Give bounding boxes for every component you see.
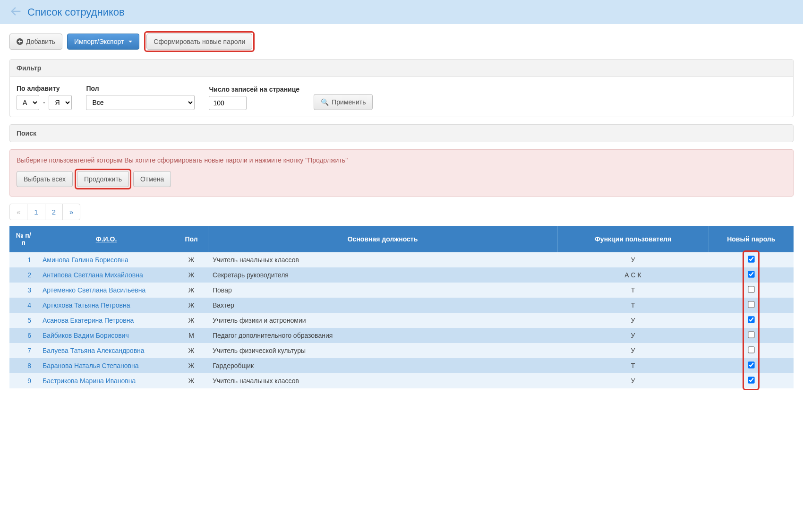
new-password-checkbox[interactable]	[748, 361, 754, 368]
page-title: Список сотрудников	[27, 6, 125, 18]
cell-num: 1	[9, 252, 38, 267]
chevron-down-icon	[128, 41, 132, 43]
cell-name: Баранова Наталья Степановна	[38, 358, 175, 373]
pagination-prev[interactable]: «	[10, 204, 27, 220]
page-size-input[interactable]	[209, 96, 247, 110]
alphabet-to-select[interactable]: Я	[49, 95, 72, 110]
apply-filter-button[interactable]: 🔍 Применить	[314, 94, 373, 110]
th-name[interactable]: Ф.И.О.	[38, 226, 175, 252]
pagination-page-1[interactable]: 1	[27, 204, 45, 220]
password-alert: Выберите пользователей которым Вы хотите…	[9, 149, 794, 197]
cell-num: 3	[9, 283, 38, 298]
employee-link[interactable]: Аминова Галина Борисовна	[43, 256, 128, 264]
employee-link[interactable]: Байбиков Вадим Борисович	[43, 332, 129, 339]
cell-functions: У	[557, 252, 709, 267]
cell-name: Антипова Светлана Михайловна	[38, 267, 175, 283]
alphabet-from-select[interactable]: А	[17, 95, 39, 110]
employee-link[interactable]: Баранова Наталья Степановна	[43, 362, 139, 369]
new-password-checkbox[interactable]	[748, 331, 754, 338]
cell-name: Аминова Галина Борисовна	[38, 252, 175, 267]
cell-gender: Ж	[175, 313, 208, 328]
cell-gender: Ж	[175, 283, 208, 298]
filter-gender: Пол Все	[86, 85, 195, 110]
cell-position: Гардеробщик	[208, 358, 557, 373]
employee-link[interactable]: Асанова Екатерина Петровна	[43, 317, 134, 324]
cell-num: 7	[9, 343, 38, 358]
cell-new-password	[709, 358, 794, 373]
cell-num: 9	[9, 373, 38, 388]
cell-new-password	[709, 283, 794, 298]
cell-functions: У	[557, 328, 709, 343]
add-button[interactable]: Добавить	[9, 34, 62, 50]
continue-button[interactable]: Продолжить	[77, 171, 129, 187]
employee-link[interactable]: Артеменко Светлана Васильевна	[43, 286, 145, 294]
new-password-checkbox[interactable]	[748, 316, 754, 323]
continue-label: Продолжить	[84, 175, 122, 183]
cancel-button[interactable]: Отмена	[133, 171, 171, 187]
highlight-gen-passwords: Сформировать новые пароли	[144, 31, 255, 52]
import-export-button[interactable]: Импорт/Экспорт	[67, 34, 139, 50]
table-row: 1Аминова Галина БорисовнаЖУчитель началь…	[9, 252, 794, 267]
cell-gender: Ж	[175, 267, 208, 283]
back-arrow-icon[interactable]	[9, 5, 23, 19]
th-gender: Пол	[175, 226, 208, 252]
cell-name: Байбиков Вадим Борисович	[38, 328, 175, 343]
cell-num: 8	[9, 358, 38, 373]
th-name-link[interactable]: Ф.И.О.	[96, 235, 117, 243]
cell-position: Учитель физики и астрономии	[208, 313, 557, 328]
table-row: 4Артюхова Татьяна ПетровнаЖВахтерТ	[9, 298, 794, 313]
table-row: 2Антипова Светлана МихайловнаЖСекретарь …	[9, 267, 794, 283]
toolbar: Добавить Импорт/Экспорт Сформировать нов…	[0, 24, 803, 59]
cell-new-password	[709, 343, 794, 358]
employee-link[interactable]: Артюхова Татьяна Петровна	[43, 301, 130, 309]
cell-new-password	[709, 252, 794, 267]
table-row: 3Артеменко Светлана ВасильевнаЖПоварТ	[9, 283, 794, 298]
cell-gender: Ж	[175, 373, 208, 388]
cell-position: Учитель начальных классов	[208, 252, 557, 267]
th-num: № п/п	[9, 226, 38, 252]
filter-alphabet: По алфавиту А - Я	[17, 85, 72, 110]
cell-functions: У	[557, 373, 709, 388]
cell-position: Педагог дополнительного образования	[208, 328, 557, 343]
cell-position: Учитель физической культуры	[208, 343, 557, 358]
gender-select[interactable]: Все	[86, 95, 195, 110]
th-functions: Функции пользователя	[557, 226, 709, 252]
pagination-next[interactable]: »	[63, 204, 80, 220]
new-password-checkbox[interactable]	[748, 377, 754, 383]
select-all-button[interactable]: Выбрать всех	[17, 171, 73, 187]
new-password-checkbox[interactable]	[748, 346, 754, 353]
search-panel[interactable]: Поиск	[9, 124, 794, 142]
employee-link[interactable]: Бастрикова Марина Ивановна	[43, 377, 136, 385]
cell-num: 4	[9, 298, 38, 313]
cell-position: Секретарь руководителя	[208, 267, 557, 283]
alert-text: Выберите пользователей которым Вы хотите…	[17, 156, 786, 164]
cell-functions: Т	[557, 298, 709, 313]
filter-page-size-label: Число записей на странице	[209, 86, 299, 93]
new-password-checkbox[interactable]	[748, 256, 754, 262]
new-password-checkbox[interactable]	[748, 271, 754, 277]
filter-panel: Фильтр По алфавиту А - Я Пол Все Число з…	[9, 59, 794, 117]
new-password-checkbox[interactable]	[748, 286, 754, 292]
plus-icon	[17, 38, 23, 45]
cancel-label: Отмена	[140, 175, 164, 183]
filter-page-size: Число записей на странице	[209, 86, 299, 110]
employee-link[interactable]: Балуева Татьяна Александровна	[43, 347, 145, 354]
filter-panel-title: Фильтр	[10, 60, 793, 77]
cell-functions: А С К	[557, 267, 709, 283]
cell-new-password	[709, 373, 794, 388]
new-password-checkbox[interactable]	[748, 301, 754, 308]
import-export-label: Импорт/Экспорт	[74, 38, 124, 45]
generate-passwords-button[interactable]: Сформировать новые пароли	[146, 34, 252, 50]
cell-new-password	[709, 298, 794, 313]
cell-functions: У	[557, 343, 709, 358]
table-row: 9Бастрикова Марина ИвановнаЖУчитель нача…	[9, 373, 794, 388]
pagination-page-2[interactable]: 2	[45, 204, 63, 220]
cell-functions: У	[557, 313, 709, 328]
cell-position: Учитель начальных классов	[208, 373, 557, 388]
cell-gender: Ж	[175, 358, 208, 373]
cell-name: Артюхова Татьяна Петровна	[38, 298, 175, 313]
table-row: 8Баранова Наталья СтепановнаЖГардеробщик…	[9, 358, 794, 373]
employee-link[interactable]: Антипова Светлана Михайловна	[43, 271, 143, 279]
search-icon: 🔍	[321, 98, 329, 106]
cell-gender: Ж	[175, 298, 208, 313]
